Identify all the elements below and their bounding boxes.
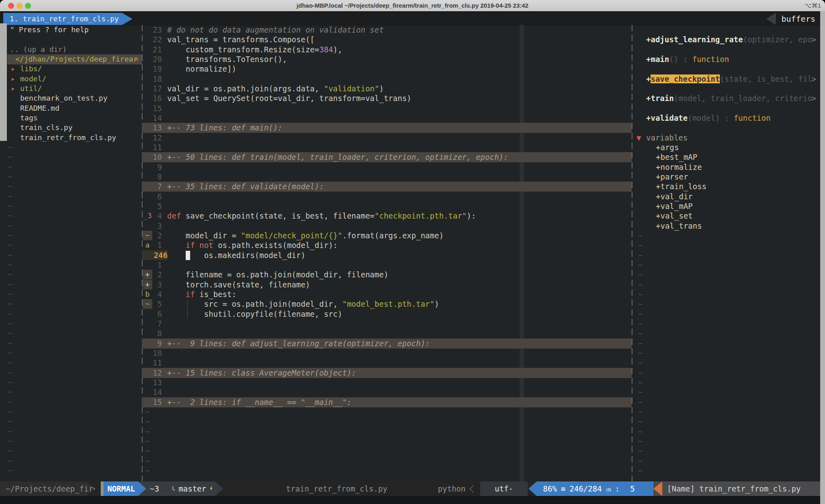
tagbar-var-parser[interactable]: +parser	[635, 172, 820, 182]
fold-plus-icon: +	[646, 94, 651, 103]
filler-tilde: ~	[635, 348, 820, 358]
code-line[interactable]: 9	[142, 162, 632, 172]
code-line[interactable]: 10	[142, 348, 632, 358]
tagbar-panel: +adjust_learning_rate(optimizer, epo>+ma…	[635, 25, 820, 481]
code-line[interactable]: +3 torch.save(state, filename)	[142, 280, 632, 290]
line-number: 20	[142, 54, 162, 64]
filler-tilde: ~	[0, 436, 142, 446]
filler-tilde: ~	[0, 280, 142, 290]
filler-tilde: ~	[142, 427, 632, 437]
nerdtree-up-dir[interactable]: .. (up a dir)	[0, 45, 142, 55]
code-line[interactable]: 7	[142, 319, 632, 329]
filler-tilde: ~	[0, 407, 142, 417]
tagbar-fn-train[interactable]: +train(model, train_loader, criterio>	[635, 93, 820, 103]
code-line[interactable]: 22val_trans = transforms.Compose([	[142, 35, 632, 45]
nerdtree-dir-item-model[interactable]: ▸model/	[0, 74, 142, 84]
code-line[interactable]: 1	[142, 260, 632, 270]
tagbar-var-val_trans[interactable]: +val_trans	[635, 221, 820, 231]
line-number: 15	[142, 103, 162, 113]
code-line[interactable]: 12	[142, 133, 632, 143]
filler-tilde: ~	[0, 427, 142, 437]
code-line[interactable]: _34def save_checkpoint(state, is_best, f…	[142, 211, 632, 221]
code-line[interactable]: 11	[142, 143, 632, 153]
window-separator[interactable]	[632, 25, 632, 481]
collapse-arrow-icon: ▼	[636, 133, 641, 143]
code-line[interactable]: 6	[142, 192, 632, 202]
code-line[interactable]: ~2 model_dir = "model/check_point/{}".fo…	[142, 231, 632, 241]
folded-code-line[interactable]: 9+-- 9 lines: def adjust_learning_rate(o…	[142, 339, 632, 349]
code-line[interactable]: 19 normalize])	[142, 64, 632, 74]
line-number: 1	[142, 260, 162, 270]
nerdtree-scrollbar[interactable]	[0, 23, 7, 141]
tagbar-fn-save_checkpoint[interactable]: +save_checkpoint(state, is_best, fil>	[635, 74, 820, 84]
buffers-indicator[interactable]: buffers	[766, 13, 820, 25]
code-line[interactable]: 11	[142, 358, 632, 368]
nerdtree-file-item-train_cls.py[interactable]: train_cls.py	[0, 123, 142, 133]
line-number: 13	[142, 123, 162, 132]
tagbar-var-args[interactable]: +args	[635, 143, 820, 153]
folded-code-line[interactable]: 15+-- 2 lines: if __name__ == "__main__"…	[142, 397, 632, 407]
mode-indicator: NORMAL	[104, 481, 146, 496]
tagbar-fn-adjust_learning_rate[interactable]: +adjust_learning_rate(optimizer, epo>	[635, 35, 820, 45]
code-line[interactable]: 246 os.makedirs(model_dir)	[142, 250, 632, 260]
tagbar-fn-validate[interactable]: +validate(model) : function	[635, 113, 820, 123]
statusline-git-segment: +8 ~3 -3 master	[138, 481, 223, 496]
code-line[interactable]: 6 shutil.copyfile(filename, src)	[142, 309, 632, 319]
code-line[interactable]: b4 if is_best:	[142, 289, 632, 300]
tagbar-section-variables[interactable]: ▼variables	[635, 133, 820, 143]
folded-code-line[interactable]: 13+-- 73 lines: def main():	[142, 123, 632, 133]
filler-tilde: ~	[0, 339, 142, 349]
tagbar-fn-main[interactable]: +main() : function	[635, 54, 820, 64]
folded-code-line[interactable]: 10+-- 50 lines: def train(model, train_l…	[142, 152, 632, 162]
code-line[interactable]: 17val_dir = os.path.join(args.data, "val…	[142, 84, 632, 94]
nerdtree-dir-item-libs[interactable]: ▸libs/	[0, 64, 142, 74]
code-line[interactable]: a1 if not os.path.exists(model_dir):	[142, 240, 632, 250]
tagbar-var-best_mAP[interactable]: +best_mAP	[635, 152, 820, 162]
filler-tilde: ~	[0, 152, 142, 162]
code-line[interactable]: 21 custom_transform.Resize(size=384),	[142, 45, 632, 55]
filler-tilde: ~	[635, 289, 820, 300]
code-line[interactable]: 8	[142, 328, 632, 339]
code-line[interactable]: +2 filename = os.path.join(model_dir, fi…	[142, 270, 632, 280]
code-line[interactable]: 3	[142, 221, 632, 231]
tagbar-var-val_dir[interactable]: +val_dir	[635, 192, 820, 202]
line-number-icon: ℓN	[606, 484, 611, 496]
code-line[interactable]: 15	[142, 103, 632, 114]
folded-code-line[interactable]: 12+-- 15 lines: class AverageMeter(objec…	[142, 368, 632, 378]
tagbar-var-normalize[interactable]: +normalize	[635, 162, 820, 172]
nerdtree-file-item-train_retr_from_cls.py[interactable]: train_retr_from_cls.py	[0, 133, 142, 143]
code-line[interactable]: 14	[142, 387, 632, 397]
tab-active[interactable]: 1. train_retr_from_cls.py	[3, 13, 133, 25]
cursor	[186, 251, 190, 260]
code-line[interactable]: 13	[142, 378, 632, 388]
filler-tilde: ~	[0, 260, 142, 270]
tagbar-statusline: [Name] train_retr_from_cls.py	[653, 481, 820, 496]
line-number: 11	[142, 143, 162, 152]
tagbar-var-val_set[interactable]: +val_set	[635, 211, 820, 221]
filler-tilde: ~	[0, 368, 142, 378]
scroll-percent: 86%	[543, 481, 557, 496]
nerdtree-root-path[interactable]: </jdhao/Projects/deep_firear>	[7, 54, 142, 64]
nerdtree-file-item-benchmark_on_test.py[interactable]: benchmark_on_test.py	[0, 93, 142, 103]
code-line[interactable]: 18	[142, 74, 632, 84]
statusline-separator	[101, 481, 104, 496]
filler-tilde: ~	[635, 387, 820, 397]
line-number: 7	[142, 182, 162, 191]
nerdtree-file-item-tags[interactable]: tags	[0, 113, 142, 123]
tagbar-var-val_mAP[interactable]: +val_mAP	[635, 201, 820, 211]
folded-code-line[interactable]: 7+-- 35 lines: def validate(model):	[142, 182, 632, 192]
tag-signature: (optimizer, epo	[743, 35, 812, 44]
code-line[interactable]: 5	[142, 201, 632, 211]
code-line[interactable]: 23# do not do data augmentation on valid…	[142, 25, 632, 35]
filler-tilde: ~	[0, 387, 142, 397]
nerdtree-file-item-README.md[interactable]: README.md	[0, 103, 142, 114]
code-line[interactable]: 20 transforms.ToTensor(),	[142, 54, 632, 64]
tag-name: main	[651, 55, 669, 64]
code-line[interactable]: ~5 src = os.path.join(model_dir, "model_…	[142, 299, 632, 309]
tagbar-var-train_loss[interactable]: +train_loss	[635, 182, 820, 192]
terminal-scrollbar[interactable]	[820, 11, 825, 504]
code-line[interactable]: 14	[142, 113, 632, 123]
code-line[interactable]: 8	[142, 172, 632, 182]
nerdtree-dir-item-util[interactable]: ▸util/	[0, 84, 142, 94]
code-line[interactable]: 16val_set = QuerySet(root=val_dir, trans…	[142, 93, 632, 103]
